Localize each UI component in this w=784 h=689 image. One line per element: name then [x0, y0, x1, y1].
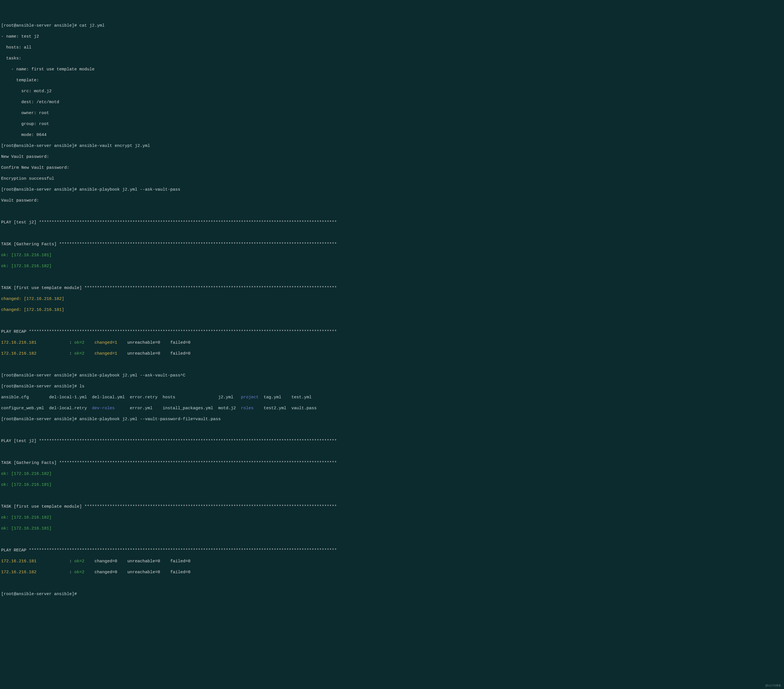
terminal-line: [root@ansible-server ansible]# ansible-p…	[1, 416, 335, 422]
terminal-line: TASK [Gathering Facts] *****************…	[1, 460, 335, 466]
terminal-line: 172.16.216.182 : ok=2 changed=1 unreacha…	[1, 351, 335, 357]
terminal-line: configure_web.yml del-local.retry dev-ro…	[1, 406, 335, 411]
terminal-line	[1, 493, 335, 499]
terminal-line: TASK [first use template module] *******…	[1, 285, 335, 291]
terminal-line: Confirm New Vault password:	[1, 165, 335, 171]
terminal-line: mode: 0644	[1, 132, 335, 138]
terminal-line	[1, 209, 335, 214]
terminal-line: - name: first use template module	[1, 67, 335, 72]
terminal-line: ok: [172.16.216.181]	[1, 482, 335, 488]
terminal-line: ok: [172.16.216.181]	[1, 253, 335, 258]
terminal-line: TASK [first use template module] *******…	[1, 504, 335, 510]
terminal-line: group: root	[1, 122, 335, 127]
terminal-line: dest: /etc/motd	[1, 100, 335, 105]
terminal-line: [root@ansible-server ansible]# ansible-v…	[1, 143, 335, 149]
terminal-line	[1, 231, 335, 236]
terminal-line: PLAY [test j2] *************************…	[1, 220, 335, 225]
terminal-line: PLAY [test j2] *************************…	[1, 438, 335, 444]
terminal-line: changed: [172.16.216.182]	[1, 296, 335, 302]
terminal-line: New Vault password:	[1, 154, 335, 160]
terminal-output[interactable]: [root@ansible-server ansible]# cat j2.ym…	[1, 23, 335, 602]
terminal-line: changed: [172.16.216.181]	[1, 307, 335, 313]
terminal-line	[1, 449, 335, 455]
terminal-line	[1, 275, 335, 280]
terminal-line: PLAY RECAP *****************************…	[1, 329, 335, 335]
terminal-line: [root@ansible-server ansible]# ansible-p…	[1, 373, 335, 378]
terminal-line	[1, 580, 335, 586]
terminal-line: - name: test j2	[1, 34, 335, 39]
terminal-line: [root@ansible-server ansible]# ls	[1, 384, 335, 389]
terminal-line: 172.16.216.182 : ok=2 changed=0 unreacha…	[1, 570, 335, 575]
terminal-line: ok: [172.16.216.182]	[1, 471, 335, 477]
terminal-line: TASK [Gathering Facts] *****************…	[1, 242, 335, 247]
terminal-line	[1, 537, 335, 543]
terminal-line: 172.16.216.181 : ok=2 changed=1 unreacha…	[1, 340, 335, 345]
terminal-line: src: motd.j2	[1, 89, 335, 94]
terminal-line: ansible.cfg del-local-1.yml del-local.ym…	[1, 395, 335, 400]
terminal-line: ok: [172.16.216.181]	[1, 526, 335, 531]
terminal-line: Encryption successful	[1, 176, 335, 182]
terminal-line: [root@ansible-server ansible]# cat j2.ym…	[1, 23, 335, 29]
terminal-line: [root@ansible-server ansible]# ansible-p…	[1, 187, 335, 192]
terminal-line	[1, 318, 335, 324]
terminal-line: ok: [172.16.216.182]	[1, 263, 335, 269]
terminal-line	[1, 362, 335, 367]
terminal-line: Vault password:	[1, 198, 335, 204]
terminal-line: tasks:	[1, 56, 335, 61]
terminal-line	[1, 428, 335, 433]
terminal-line: [root@ansible-server ansible]#	[1, 592, 335, 597]
terminal-line: ok: [172.16.216.182]	[1, 515, 335, 521]
terminal-line: 172.16.216.181 : ok=2 changed=0 unreacha…	[1, 559, 335, 564]
terminal-line: hosts: all	[1, 45, 335, 51]
terminal-line: PLAY RECAP *****************************…	[1, 548, 335, 553]
terminal-line: template:	[1, 78, 335, 83]
terminal-line: owner: root	[1, 110, 335, 116]
